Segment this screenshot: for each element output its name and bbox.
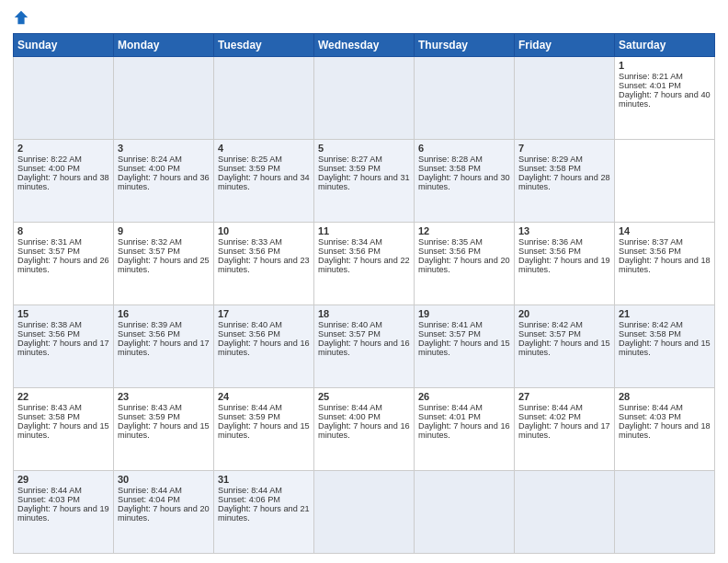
- calendar-day-cell: 22Sunrise: 8:43 AMSunset: 3:58 PMDayligh…: [14, 388, 114, 471]
- calendar-day-cell: 4Sunrise: 8:25 AMSunset: 3:59 PMDaylight…: [214, 140, 314, 223]
- day-number: 22: [17, 391, 109, 402]
- day-number: 3: [118, 143, 210, 154]
- calendar-day-header: Tuesday: [214, 34, 314, 57]
- calendar-day-cell: 21Sunrise: 8:42 AMSunset: 3:58 PMDayligh…: [615, 305, 715, 388]
- calendar-day-cell: 28Sunrise: 8:44 AMSunset: 4:03 PMDayligh…: [615, 388, 715, 471]
- calendar-day-cell: 8Sunrise: 8:31 AMSunset: 3:57 PMDaylight…: [14, 223, 114, 305]
- calendar-day-header: Thursday: [415, 34, 515, 57]
- empty-day-cell: [14, 57, 114, 140]
- calendar-week-row: 29Sunrise: 8:44 AMSunset: 4:03 PMDayligh…: [14, 471, 715, 554]
- day-number: 11: [318, 225, 410, 236]
- calendar-week-row: 2Sunrise: 8:22 AMSunset: 4:00 PMDaylight…: [14, 140, 715, 223]
- empty-day-cell: [214, 57, 314, 140]
- empty-day-cell: [314, 57, 415, 140]
- day-number: 8: [17, 225, 109, 236]
- day-number: 26: [418, 391, 510, 402]
- day-number: 19: [418, 308, 510, 319]
- day-number: 16: [118, 308, 210, 319]
- day-number: 6: [418, 143, 510, 154]
- calendar-day-cell: 23Sunrise: 8:43 AMSunset: 3:59 PMDayligh…: [114, 388, 214, 471]
- calendar-day-cell: 5Sunrise: 8:27 AMSunset: 3:59 PMDaylight…: [314, 140, 415, 223]
- day-number: 29: [17, 474, 109, 485]
- day-number: 31: [218, 474, 310, 485]
- day-number: 24: [218, 391, 310, 402]
- empty-day-cell: [415, 471, 515, 554]
- day-number: 21: [619, 308, 711, 319]
- day-number: 14: [619, 225, 711, 236]
- calendar-day-cell: 29Sunrise: 8:44 AMSunset: 4:03 PMDayligh…: [14, 471, 114, 554]
- calendar-day-header: Monday: [114, 34, 214, 57]
- svg-marker-0: [15, 11, 28, 24]
- calendar-day-cell: 24Sunrise: 8:44 AMSunset: 3:59 PMDayligh…: [214, 388, 314, 471]
- day-number: 18: [318, 308, 410, 319]
- calendar-day-cell: 30Sunrise: 8:44 AMSunset: 4:04 PMDayligh…: [114, 471, 214, 554]
- calendar-day-header: Friday: [515, 34, 615, 57]
- calendar-day-cell: 25Sunrise: 8:44 AMSunset: 4:00 PMDayligh…: [314, 388, 415, 471]
- day-number: 17: [218, 308, 310, 319]
- day-number: 7: [518, 143, 610, 154]
- empty-day-cell: [615, 471, 715, 554]
- calendar-day-cell: 18Sunrise: 8:40 AMSunset: 3:57 PMDayligh…: [314, 305, 415, 388]
- day-number: 9: [118, 225, 210, 236]
- calendar-day-cell: 10Sunrise: 8:33 AMSunset: 3:56 PMDayligh…: [214, 223, 314, 305]
- logo: [13, 9, 30, 26]
- calendar-day-cell: 1Sunrise: 8:21 AMSunset: 4:01 PMDaylight…: [615, 57, 715, 140]
- calendar-day-cell: 7Sunrise: 8:29 AMSunset: 3:58 PMDaylight…: [515, 140, 615, 223]
- day-number: 13: [518, 225, 610, 236]
- calendar-week-row: 8Sunrise: 8:31 AMSunset: 3:57 PMDaylight…: [14, 223, 715, 305]
- day-number: 10: [218, 225, 310, 236]
- calendar-day-cell: 20Sunrise: 8:42 AMSunset: 3:57 PMDayligh…: [515, 305, 615, 388]
- day-number: 27: [518, 391, 610, 402]
- day-number: 1: [619, 60, 711, 71]
- calendar-week-row: 15Sunrise: 8:38 AMSunset: 3:56 PMDayligh…: [14, 305, 715, 388]
- day-number: 4: [218, 143, 310, 154]
- calendar-day-cell: 9Sunrise: 8:32 AMSunset: 3:57 PMDaylight…: [114, 223, 214, 305]
- calendar-day-cell: 16Sunrise: 8:39 AMSunset: 3:56 PMDayligh…: [114, 305, 214, 388]
- calendar-day-cell: 15Sunrise: 8:38 AMSunset: 3:56 PMDayligh…: [14, 305, 114, 388]
- empty-day-cell: [415, 57, 515, 140]
- calendar-day-cell: 19Sunrise: 8:41 AMSunset: 3:57 PMDayligh…: [415, 305, 515, 388]
- empty-day-cell: [515, 471, 615, 554]
- empty-day-cell: [314, 471, 415, 554]
- empty-day-cell: [114, 57, 214, 140]
- day-number: 5: [318, 143, 410, 154]
- calendar-day-cell: 31Sunrise: 8:44 AMSunset: 4:06 PMDayligh…: [214, 471, 314, 554]
- day-number: 15: [17, 308, 109, 319]
- page: SundayMondayTuesdayWednesdayThursdayFrid…: [0, 0, 728, 563]
- calendar-day-cell: 12Sunrise: 8:35 AMSunset: 3:56 PMDayligh…: [415, 223, 515, 305]
- day-number: 23: [118, 391, 210, 402]
- calendar-day-cell: 2Sunrise: 8:22 AMSunset: 4:00 PMDaylight…: [14, 140, 114, 223]
- calendar-day-cell: 6Sunrise: 8:28 AMSunset: 3:58 PMDaylight…: [415, 140, 515, 223]
- day-number: 20: [518, 308, 610, 319]
- calendar-day-cell: 14Sunrise: 8:37 AMSunset: 3:56 PMDayligh…: [615, 223, 715, 305]
- calendar-day-cell: 13Sunrise: 8:36 AMSunset: 3:56 PMDayligh…: [515, 223, 615, 305]
- calendar-day-cell: 26Sunrise: 8:44 AMSunset: 4:01 PMDayligh…: [415, 388, 515, 471]
- header: [13, 9, 715, 26]
- calendar-week-row: 1Sunrise: 8:21 AMSunset: 4:01 PMDaylight…: [14, 57, 715, 140]
- calendar-day-cell: 3Sunrise: 8:24 AMSunset: 4:00 PMDaylight…: [114, 140, 214, 223]
- calendar-day-cell: 27Sunrise: 8:44 AMSunset: 4:02 PMDayligh…: [515, 388, 615, 471]
- calendar-header-row: SundayMondayTuesdayWednesdayThursdayFrid…: [14, 34, 715, 57]
- day-number: 28: [619, 391, 711, 402]
- calendar-day-header: Sunday: [14, 34, 114, 57]
- empty-day-cell: [515, 57, 615, 140]
- calendar-table: SundayMondayTuesdayWednesdayThursdayFrid…: [13, 33, 715, 554]
- calendar-day-cell: 11Sunrise: 8:34 AMSunset: 3:56 PMDayligh…: [314, 223, 415, 305]
- calendar-day-header: Saturday: [615, 34, 715, 57]
- logo-icon: [13, 9, 29, 26]
- calendar-week-row: 22Sunrise: 8:43 AMSunset: 3:58 PMDayligh…: [14, 388, 715, 471]
- day-number: 30: [118, 474, 210, 485]
- day-number: 25: [318, 391, 410, 402]
- day-number: 12: [418, 225, 510, 236]
- day-number: 2: [17, 143, 109, 154]
- calendar-day-cell: 17Sunrise: 8:40 AMSunset: 3:56 PMDayligh…: [214, 305, 314, 388]
- calendar-day-header: Wednesday: [314, 34, 415, 57]
